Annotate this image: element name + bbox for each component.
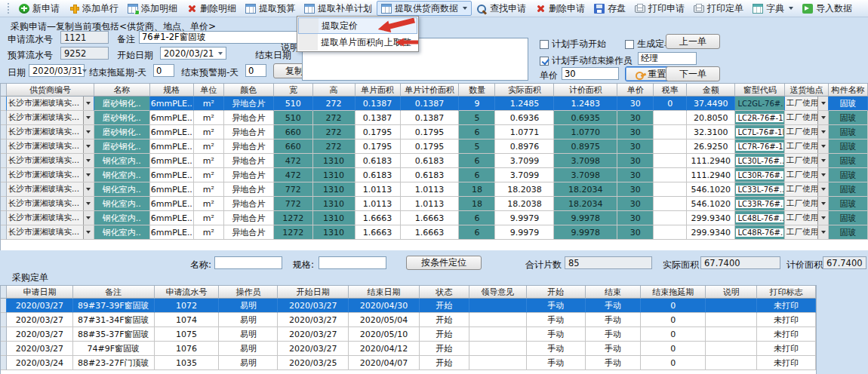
col-header-serial[interactable]: 申请流水号 xyxy=(155,286,220,299)
plan-manual-start-checkbox[interactable]: 计划手动开始 xyxy=(540,38,606,51)
combo-dropdown-icon[interactable] xyxy=(83,197,94,210)
checkbox-icon[interactable] xyxy=(540,40,549,49)
col-header-win_code[interactable]: 窗型代码 xyxy=(735,84,785,97)
chevron-down-icon[interactable] xyxy=(218,52,223,55)
combo-dropdown-icon[interactable] xyxy=(817,197,828,210)
combo-dropdown-icon[interactable] xyxy=(83,154,94,167)
col-header-name[interactable]: 名称 xyxy=(94,84,150,97)
end-warning-input[interactable] xyxy=(245,64,266,77)
checkbox-checked-icon[interactable] xyxy=(540,57,549,66)
order-row-2[interactable]: 2020/03/2787#31-34F窗固玻1074易明2020/03/2720… xyxy=(1,313,816,327)
detail-row-3[interactable]: 长沙市潇湘玻璃实...磨砂钢化..6mmPLE..m²异地合片6602720.1… xyxy=(1,125,868,139)
col-header-spec[interactable]: 规格 xyxy=(150,84,194,97)
filter-spec-input[interactable] xyxy=(319,256,386,269)
col-header-leader[interactable]: 领导意见 xyxy=(469,286,527,299)
chevron-down-icon[interactable] xyxy=(463,7,467,10)
col-header-unit[interactable]: 单位 xyxy=(194,84,224,97)
col-header-height[interactable]: 高 xyxy=(313,84,356,97)
col-header-width[interactable]: 宽 xyxy=(274,84,313,97)
toolbar-item-dictionary[interactable]: 字典 xyxy=(748,1,798,16)
date-picker[interactable]: 2020/03/31 xyxy=(29,64,85,77)
toolbar-item-add-single-row[interactable]: 添加单行 xyxy=(64,1,123,16)
combo-dropdown-icon[interactable] xyxy=(817,139,828,153)
combo-dropdown-icon[interactable] xyxy=(83,168,94,182)
toolbar-item-print-application[interactable]: 打印申请 xyxy=(630,1,689,16)
combo-dropdown-icon[interactable] xyxy=(83,125,94,139)
toolbar-item-import-data[interactable]: 导入数据 xyxy=(798,1,857,16)
filter-name-input[interactable] xyxy=(214,256,282,269)
order-row-5[interactable]: 2020/03/2488#23-27F门顶玻1035易明2020/03/2520… xyxy=(1,356,816,370)
chevron-down-icon[interactable] xyxy=(82,69,87,72)
toolbar-item-extract-supplier-data[interactable]: 提取供货商数据 xyxy=(377,1,472,16)
combo-dropdown-icon[interactable] xyxy=(83,111,94,124)
toolbar-item-print-order[interactable]: 打印定单 xyxy=(689,1,748,16)
col-header-supplier[interactable]: 供货商编号 xyxy=(7,84,94,97)
toolbar-item-find-application[interactable]: 查找申请 xyxy=(472,1,531,16)
detail-row-7[interactable]: 长沙市潇湘玻璃实...钢化室内..6mmPLE..m²异地合片77213101.… xyxy=(1,182,868,197)
col-header-delay[interactable]: 结束拖延期 xyxy=(641,286,706,299)
col-header-part[interactable]: 构件名称 xyxy=(829,84,868,97)
detail-row-9[interactable]: 长沙市潇湘玻璃实...钢化室内..6mmPLE..m²异地合片127213101… xyxy=(1,211,868,225)
combo-dropdown-icon[interactable] xyxy=(83,225,94,239)
detail-row-6[interactable]: 长沙市潇湘玻璃实...钢化室内..6mmPLE..m²异地合片47213100.… xyxy=(1,168,868,182)
combo-dropdown-icon[interactable] xyxy=(817,154,828,167)
detail-row-5[interactable]: 长沙市潇湘玻璃实...钢化室内..6mmPLE..m²异地合片47213100.… xyxy=(1,154,868,168)
detail-row-2[interactable]: 长沙市潇湘玻璃实...磨砂钢化..6mmPLE..m²异地合片5102720.1… xyxy=(1,111,868,125)
col-header-start_date[interactable]: 开始日期 xyxy=(278,286,349,299)
detail-row-10[interactable]: 长沙市潇湘玻璃实...钢化室内..6mmPLE..m²异地合片127213101… xyxy=(1,225,868,240)
toolbar-item-delete-application[interactable]: 删除申请 xyxy=(531,1,589,16)
col-header-color[interactable]: 颜色 xyxy=(224,84,274,97)
checkbox-icon[interactable] xyxy=(625,40,634,49)
operator-input[interactable] xyxy=(638,52,697,65)
col-header-date[interactable]: 申请日期 xyxy=(7,286,73,299)
col-header-actual_area[interactable]: 实际面积 xyxy=(495,84,554,97)
col-header-tax[interactable]: 税率 xyxy=(654,84,687,97)
toolbar-item-delete-detail[interactable]: 删除明细 xyxy=(182,1,241,16)
col-header-piece_area[interactable]: 单片面积 xyxy=(356,84,401,97)
col-header-dest[interactable]: 送货地点 xyxy=(785,84,829,97)
combo-dropdown-icon[interactable] xyxy=(817,97,828,110)
locate-by-condition-button[interactable]: 按条件定位 xyxy=(406,256,482,270)
col-header-operator[interactable]: 操作员 xyxy=(219,286,278,299)
unit-price-input[interactable] xyxy=(562,67,619,80)
plan-manual-end-checkbox[interactable]: 计划手动结束 xyxy=(540,54,606,67)
order-row-4[interactable]: 2020/03/2774#9F窗固玻1076易明2020/03/272020/0… xyxy=(1,342,816,356)
combo-dropdown-icon[interactable] xyxy=(817,111,828,124)
col-header-start[interactable]: 开始 xyxy=(527,286,586,299)
toolbar-item-extract-supplement-plan[interactable]: 提取补单计划 xyxy=(300,1,377,16)
combo-dropdown-icon[interactable] xyxy=(817,182,828,196)
toolbar-item-new-application[interactable]: 新申请 xyxy=(14,1,64,16)
combo-dropdown-icon[interactable] xyxy=(83,97,94,110)
col-header-amount[interactable]: 金额 xyxy=(687,84,735,97)
detail-row-1[interactable]: 长沙市潇湘玻璃实...磨砂钢化..6mmPLE..m²异地合片5102720.1… xyxy=(1,97,868,111)
toolbar-item-save[interactable]: 存盘 xyxy=(589,1,630,16)
previous-order-button[interactable]: 上一单 xyxy=(666,34,720,49)
order-row-1[interactable]: 2020/03/2789#37-39F窗固玻1072易明2020/03/2720… xyxy=(1,299,816,313)
combo-dropdown-icon[interactable] xyxy=(817,225,828,239)
toolbar-item-add-detail[interactable]: 添加明细 xyxy=(123,1,182,16)
col-header-piece_price_area[interactable]: 单片计价面积 xyxy=(401,84,460,97)
col-header-unit_price[interactable]: 单价 xyxy=(617,84,654,97)
col-header-note[interactable]: 备注 xyxy=(73,286,155,299)
end-delay-input[interactable] xyxy=(153,64,174,77)
combo-dropdown-icon[interactable] xyxy=(817,125,828,139)
combo-dropdown-icon[interactable] xyxy=(817,211,828,225)
chevron-down-icon[interactable] xyxy=(789,7,793,10)
next-order-button[interactable]: 下一单 xyxy=(666,66,720,81)
col-header-desc[interactable]: 说明 xyxy=(706,286,757,299)
col-header-qty[interactable]: 数量 xyxy=(459,84,495,97)
toolbar-item-extract-budget[interactable]: 提取预算 xyxy=(241,1,300,16)
start-date-picker[interactable]: 2020/03/21 xyxy=(160,47,226,60)
col-header-print[interactable]: 打印标志 xyxy=(757,286,816,299)
detail-row-4[interactable]: 长沙市潇湘玻璃实...磨砂钢化..6mmPLE..m²异地合片6602720.1… xyxy=(1,139,868,154)
detail-row-8[interactable]: 长沙市潇湘玻璃实...钢化室内..6mmPLE..m²异地合片77213101.… xyxy=(1,197,868,211)
combo-dropdown-icon[interactable] xyxy=(83,139,94,153)
combo-dropdown-icon[interactable] xyxy=(817,168,828,182)
col-header-end_date[interactable]: 结束日期 xyxy=(349,286,420,299)
col-header-price_area[interactable]: 计价面积 xyxy=(554,84,617,97)
order-row-3[interactable]: 2020/03/2788#35-37F窗固玻1075易明2020/03/2720… xyxy=(1,327,816,342)
combo-dropdown-icon[interactable] xyxy=(83,211,94,225)
col-header-status[interactable]: 状态 xyxy=(420,286,469,299)
col-header-end[interactable]: 结束 xyxy=(586,286,642,299)
combo-dropdown-icon[interactable] xyxy=(83,182,94,196)
